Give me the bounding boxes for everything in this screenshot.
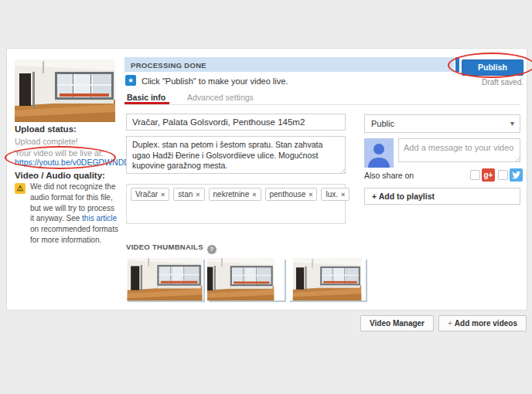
- tag-label: lux.: [326, 190, 338, 199]
- tag-label: penthouse: [270, 190, 306, 199]
- video-url-link[interactable]: https://youtu.be/v0DEGDWNDDs: [15, 158, 134, 167]
- tab-advanced-settings[interactable]: Advanced settings: [187, 93, 254, 102]
- avatar: [364, 138, 394, 168]
- remove-tag-icon[interactable]: ×: [341, 191, 345, 199]
- publish-tip-text: Click "Publish" to make your video live.: [142, 76, 288, 86]
- tag-chip[interactable]: nekretnine×: [209, 188, 261, 201]
- tag-label: nekretnine: [213, 190, 250, 199]
- warning-icon: ⚠: [15, 183, 26, 194]
- thumbnail-image-1: [126, 258, 203, 301]
- upload-page: Upload status: Upload complete! Your vid…: [0, 0, 532, 394]
- publish-button[interactable]: Publish: [462, 59, 523, 76]
- upload-complete-text: Upload complete!: [15, 137, 78, 146]
- upload-card: Upload status: Upload complete! Your vid…: [6, 48, 527, 311]
- add-more-videos-label: Add more videos: [455, 319, 517, 328]
- this-article-link[interactable]: this article: [82, 214, 117, 222]
- tab-basic-info[interactable]: Basic info: [127, 93, 165, 102]
- title-input[interactable]: [126, 114, 346, 131]
- thumbnail-option-3[interactable]: [288, 258, 366, 301]
- tag-chip[interactable]: penthouse×: [265, 188, 318, 201]
- thumbnail-image-3: [288, 258, 366, 301]
- tag-chip[interactable]: Vračar×: [131, 188, 169, 201]
- message-wrap: [398, 138, 520, 162]
- remove-tag-icon[interactable]: ×: [161, 191, 165, 199]
- tag-chip[interactable]: stan×: [173, 188, 204, 201]
- add-to-playlist-button[interactable]: + Add to playlist: [364, 188, 520, 205]
- tag-label: Vračar: [135, 190, 158, 199]
- processing-status-text: PROCESSING DONE: [131, 61, 206, 70]
- gplus-icon[interactable]: g+: [482, 168, 495, 182]
- thumbnail-option-2[interactable]: [207, 258, 285, 301]
- footer-actions: Video Manager +Add more videos: [360, 315, 527, 331]
- plus-icon: +: [448, 319, 452, 328]
- person-icon: [364, 138, 394, 168]
- visibility-dropdown[interactable]: Public▾: [364, 114, 520, 133]
- video-thumbnails-heading: VIDEO THUMBNAILS?: [126, 243, 217, 254]
- quality-heading: Video / Audio quality:: [15, 171, 105, 180]
- remove-tag-icon[interactable]: ×: [309, 191, 312, 199]
- warning-text-post: on recommended formats for more informat…: [30, 225, 118, 244]
- video-thumbnails-label: VIDEO THUMBNAILS: [126, 243, 203, 251]
- video-preview-thumbnail: [15, 59, 115, 122]
- remove-tag-icon[interactable]: ×: [196, 191, 200, 199]
- quality-warning-text: We did not recognize the audio format fo…: [30, 182, 120, 246]
- chevron-down-icon: ▾: [510, 115, 514, 132]
- processing-progress-bar: PROCESSING DONE: [124, 57, 454, 72]
- add-more-videos-button[interactable]: +Add more videos: [438, 315, 527, 331]
- share-gplus-checkbox[interactable]: [470, 170, 480, 180]
- description-wrap: Duplex. stan na petom i šestom spratu. S…: [126, 136, 346, 174]
- description-textarea[interactable]: Duplex. stan na petom i šestom spratu. S…: [126, 136, 346, 174]
- draft-saved-text: Draft saved.: [446, 78, 523, 87]
- thumbnail-image-2: [207, 258, 285, 301]
- progress-bar-end-marker: [455, 57, 459, 72]
- share-twitter-checkbox[interactable]: [498, 170, 508, 180]
- video-manager-button[interactable]: Video Manager: [360, 315, 434, 331]
- tag-chip[interactable]: lux.×: [321, 188, 350, 201]
- star-icon: ★: [125, 75, 136, 86]
- apartment-photo: [15, 59, 115, 122]
- thumbnail-option-1[interactable]: [126, 258, 203, 301]
- help-icon[interactable]: ?: [207, 245, 217, 254]
- twitter-icon[interactable]: [510, 168, 523, 182]
- also-share-label: Also share on: [364, 171, 414, 180]
- tag-label: stan: [178, 190, 193, 199]
- remove-tag-icon[interactable]: ×: [252, 191, 256, 199]
- upload-status-heading: Upload status:: [15, 124, 77, 134]
- tab-separator: [124, 104, 520, 105]
- tags-input-box[interactable]: Vračar× stan× nekretnine× penthouse× lux…: [126, 184, 346, 224]
- visibility-selected-value: Public: [371, 119, 394, 128]
- message-input[interactable]: [398, 138, 520, 162]
- live-at-label: Your video will be live at:: [15, 148, 104, 158]
